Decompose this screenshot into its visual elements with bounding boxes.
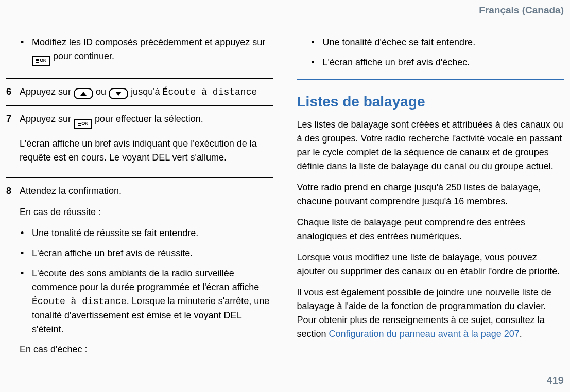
separator: [6, 105, 273, 106]
paragraph: Lorsque vous modifiez une liste de balay…: [297, 251, 564, 278]
step-number: 6: [6, 85, 20, 100]
left-column: • Modifiez les ID composés précédemment …: [6, 32, 273, 368]
page-number: 419: [547, 372, 564, 388]
step7-desc: L'écran affiche un bref avis indiquant q…: [20, 137, 273, 165]
step-continued: • Modifiez les ID composés précédemment …: [6, 32, 273, 73]
step-body: Appuyez sur OK pour effectuer la sélecti…: [20, 112, 273, 172]
list-item: •Une tonalité d'échec se fait entendre.: [310, 35, 564, 49]
section-title: Listes de balayage: [297, 91, 564, 113]
svg-marker-1: [115, 92, 122, 96]
right-column: •Une tonalité d'échec se fait entendre. …: [297, 32, 564, 368]
fail-label: En cas d'échec :: [20, 343, 273, 357]
step-7: 7 Appuyez sur OK pour effectuer la sélec…: [6, 112, 273, 172]
step-6: 6 Appuyez sur ou jusqu'à Écoute à distan…: [6, 85, 273, 100]
list-item: •L'écran affiche un bref avis d'échec.: [310, 56, 564, 69]
down-arrow-icon: [109, 88, 128, 99]
separator: [6, 177, 273, 178]
cross-reference-link[interactable]: Configuration du panneau avant à la page…: [329, 329, 520, 339]
ok-button-icon: OK: [32, 56, 50, 66]
page-body: • Modifiez les ID composés précédemment …: [0, 18, 570, 368]
list-item: •L'écran affiche un bref avis de réussit…: [20, 246, 273, 260]
up-arrow-icon: [74, 88, 93, 99]
step-number: 8: [6, 184, 20, 364]
list-item: •Une tonalité de réussite se fait entend…: [20, 226, 273, 240]
section-separator: [297, 79, 564, 80]
ok-button-icon: OK: [74, 119, 92, 129]
separator: [6, 78, 273, 79]
step-number: 7: [6, 112, 20, 172]
paragraph: Les listes de balayage sont créées et at…: [297, 118, 564, 173]
paragraph: Votre radio prend en charge jusqu'à 250 …: [297, 181, 564, 208]
bullet-text: Modifiez les ID composés précédemment et…: [32, 35, 273, 67]
success-label: En cas de réussite :: [20, 205, 273, 219]
step-8: 8 Attendez la confirmation. En cas de ré…: [6, 184, 273, 364]
step-body: Attendez la confirmation. En cas de réus…: [20, 184, 273, 364]
list-item: • L'écoute des sons ambiants de la radio…: [20, 266, 273, 336]
step-body: Appuyez sur ou jusqu'à Écoute à distance: [20, 85, 273, 100]
header-language: Français (Canada): [0, 0, 570, 18]
paragraph: Chaque liste de balayage peut comprendre…: [297, 216, 564, 243]
paragraph: Il vous est également possible de joindr…: [297, 286, 564, 341]
menu-item-text: Écoute à distance: [163, 87, 257, 97]
bullet-dot: •: [20, 35, 32, 67]
svg-marker-0: [80, 92, 87, 96]
